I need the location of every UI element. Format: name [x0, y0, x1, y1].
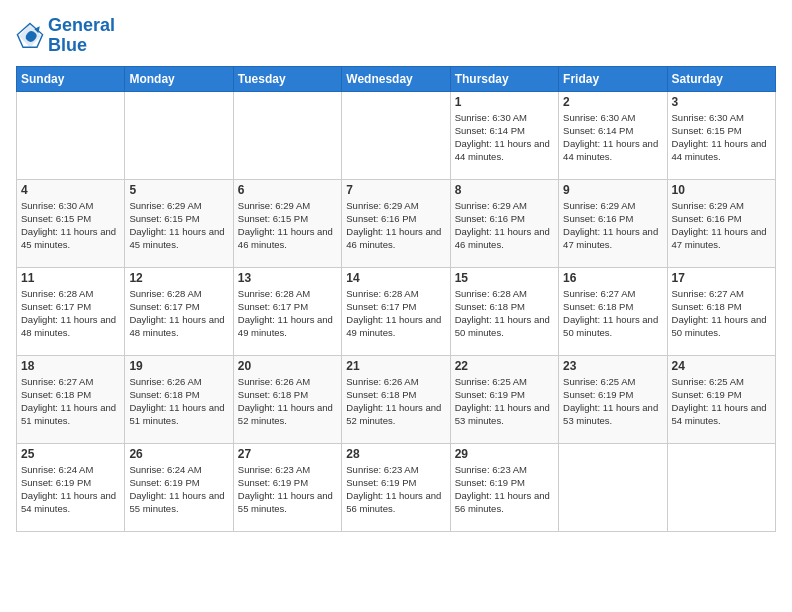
calendar-cell: 12Sunrise: 6:28 AMSunset: 6:17 PMDayligh…	[125, 267, 233, 355]
calendar-week-2: 4Sunrise: 6:30 AMSunset: 6:15 PMDaylight…	[17, 179, 776, 267]
day-info: Sunrise: 6:27 AMSunset: 6:18 PMDaylight:…	[563, 287, 662, 340]
day-info: Sunrise: 6:24 AMSunset: 6:19 PMDaylight:…	[129, 463, 228, 516]
calendar-cell	[17, 91, 125, 179]
day-info: Sunrise: 6:30 AMSunset: 6:14 PMDaylight:…	[563, 111, 662, 164]
calendar-cell	[559, 443, 667, 531]
day-number: 22	[455, 359, 554, 373]
day-info: Sunrise: 6:29 AMSunset: 6:16 PMDaylight:…	[563, 199, 662, 252]
day-number: 11	[21, 271, 120, 285]
col-header-tuesday: Tuesday	[233, 66, 341, 91]
day-number: 2	[563, 95, 662, 109]
day-number: 8	[455, 183, 554, 197]
calendar-cell: 21Sunrise: 6:26 AMSunset: 6:18 PMDayligh…	[342, 355, 450, 443]
day-info: Sunrise: 6:24 AMSunset: 6:19 PMDaylight:…	[21, 463, 120, 516]
calendar-cell: 7Sunrise: 6:29 AMSunset: 6:16 PMDaylight…	[342, 179, 450, 267]
calendar-cell: 26Sunrise: 6:24 AMSunset: 6:19 PMDayligh…	[125, 443, 233, 531]
logo-text: General Blue	[48, 16, 115, 56]
day-number: 9	[563, 183, 662, 197]
calendar-cell: 4Sunrise: 6:30 AMSunset: 6:15 PMDaylight…	[17, 179, 125, 267]
calendar-cell: 6Sunrise: 6:29 AMSunset: 6:15 PMDaylight…	[233, 179, 341, 267]
page: General Blue SundayMondayTuesdayWednesda…	[0, 0, 792, 612]
calendar-week-1: 1Sunrise: 6:30 AMSunset: 6:14 PMDaylight…	[17, 91, 776, 179]
calendar-cell: 10Sunrise: 6:29 AMSunset: 6:16 PMDayligh…	[667, 179, 775, 267]
day-info: Sunrise: 6:29 AMSunset: 6:16 PMDaylight:…	[672, 199, 771, 252]
col-header-monday: Monday	[125, 66, 233, 91]
day-info: Sunrise: 6:26 AMSunset: 6:18 PMDaylight:…	[238, 375, 337, 428]
day-info: Sunrise: 6:25 AMSunset: 6:19 PMDaylight:…	[563, 375, 662, 428]
calendar-cell	[342, 91, 450, 179]
day-number: 28	[346, 447, 445, 461]
header: General Blue	[16, 16, 776, 56]
day-info: Sunrise: 6:25 AMSunset: 6:19 PMDaylight:…	[455, 375, 554, 428]
day-number: 5	[129, 183, 228, 197]
day-number: 18	[21, 359, 120, 373]
calendar-cell: 13Sunrise: 6:28 AMSunset: 6:17 PMDayligh…	[233, 267, 341, 355]
calendar-cell: 27Sunrise: 6:23 AMSunset: 6:19 PMDayligh…	[233, 443, 341, 531]
calendar-cell: 28Sunrise: 6:23 AMSunset: 6:19 PMDayligh…	[342, 443, 450, 531]
day-info: Sunrise: 6:28 AMSunset: 6:17 PMDaylight:…	[21, 287, 120, 340]
day-number: 12	[129, 271, 228, 285]
calendar-week-3: 11Sunrise: 6:28 AMSunset: 6:17 PMDayligh…	[17, 267, 776, 355]
day-number: 20	[238, 359, 337, 373]
col-header-wednesday: Wednesday	[342, 66, 450, 91]
day-number: 7	[346, 183, 445, 197]
calendar-table: SundayMondayTuesdayWednesdayThursdayFrid…	[16, 66, 776, 532]
calendar-cell: 15Sunrise: 6:28 AMSunset: 6:18 PMDayligh…	[450, 267, 558, 355]
calendar-cell: 14Sunrise: 6:28 AMSunset: 6:17 PMDayligh…	[342, 267, 450, 355]
day-info: Sunrise: 6:23 AMSunset: 6:19 PMDaylight:…	[455, 463, 554, 516]
calendar-cell: 9Sunrise: 6:29 AMSunset: 6:16 PMDaylight…	[559, 179, 667, 267]
calendar-cell: 1Sunrise: 6:30 AMSunset: 6:14 PMDaylight…	[450, 91, 558, 179]
day-info: Sunrise: 6:27 AMSunset: 6:18 PMDaylight:…	[21, 375, 120, 428]
day-number: 25	[21, 447, 120, 461]
calendar-cell: 2Sunrise: 6:30 AMSunset: 6:14 PMDaylight…	[559, 91, 667, 179]
logo-icon	[16, 22, 44, 50]
calendar-cell: 17Sunrise: 6:27 AMSunset: 6:18 PMDayligh…	[667, 267, 775, 355]
day-info: Sunrise: 6:29 AMSunset: 6:16 PMDaylight:…	[346, 199, 445, 252]
calendar-cell: 23Sunrise: 6:25 AMSunset: 6:19 PMDayligh…	[559, 355, 667, 443]
calendar-cell: 24Sunrise: 6:25 AMSunset: 6:19 PMDayligh…	[667, 355, 775, 443]
day-number: 27	[238, 447, 337, 461]
day-info: Sunrise: 6:26 AMSunset: 6:18 PMDaylight:…	[346, 375, 445, 428]
day-number: 13	[238, 271, 337, 285]
day-number: 1	[455, 95, 554, 109]
day-info: Sunrise: 6:30 AMSunset: 6:14 PMDaylight:…	[455, 111, 554, 164]
calendar-cell: 16Sunrise: 6:27 AMSunset: 6:18 PMDayligh…	[559, 267, 667, 355]
day-number: 23	[563, 359, 662, 373]
day-number: 16	[563, 271, 662, 285]
calendar-week-5: 25Sunrise: 6:24 AMSunset: 6:19 PMDayligh…	[17, 443, 776, 531]
calendar-cell: 29Sunrise: 6:23 AMSunset: 6:19 PMDayligh…	[450, 443, 558, 531]
calendar-cell: 3Sunrise: 6:30 AMSunset: 6:15 PMDaylight…	[667, 91, 775, 179]
calendar-cell: 20Sunrise: 6:26 AMSunset: 6:18 PMDayligh…	[233, 355, 341, 443]
day-info: Sunrise: 6:30 AMSunset: 6:15 PMDaylight:…	[672, 111, 771, 164]
col-header-saturday: Saturday	[667, 66, 775, 91]
calendar-cell: 8Sunrise: 6:29 AMSunset: 6:16 PMDaylight…	[450, 179, 558, 267]
day-number: 14	[346, 271, 445, 285]
calendar-cell: 22Sunrise: 6:25 AMSunset: 6:19 PMDayligh…	[450, 355, 558, 443]
calendar-cell	[233, 91, 341, 179]
day-number: 21	[346, 359, 445, 373]
day-info: Sunrise: 6:29 AMSunset: 6:15 PMDaylight:…	[129, 199, 228, 252]
calendar-cell	[125, 91, 233, 179]
day-number: 19	[129, 359, 228, 373]
day-info: Sunrise: 6:29 AMSunset: 6:15 PMDaylight:…	[238, 199, 337, 252]
calendar-cell: 25Sunrise: 6:24 AMSunset: 6:19 PMDayligh…	[17, 443, 125, 531]
calendar-cell: 18Sunrise: 6:27 AMSunset: 6:18 PMDayligh…	[17, 355, 125, 443]
day-info: Sunrise: 6:28 AMSunset: 6:17 PMDaylight:…	[129, 287, 228, 340]
day-number: 29	[455, 447, 554, 461]
col-header-friday: Friday	[559, 66, 667, 91]
day-number: 4	[21, 183, 120, 197]
col-header-sunday: Sunday	[17, 66, 125, 91]
day-info: Sunrise: 6:28 AMSunset: 6:17 PMDaylight:…	[238, 287, 337, 340]
day-info: Sunrise: 6:26 AMSunset: 6:18 PMDaylight:…	[129, 375, 228, 428]
day-info: Sunrise: 6:25 AMSunset: 6:19 PMDaylight:…	[672, 375, 771, 428]
calendar-week-4: 18Sunrise: 6:27 AMSunset: 6:18 PMDayligh…	[17, 355, 776, 443]
logo: General Blue	[16, 16, 115, 56]
day-info: Sunrise: 6:27 AMSunset: 6:18 PMDaylight:…	[672, 287, 771, 340]
day-number: 15	[455, 271, 554, 285]
day-number: 24	[672, 359, 771, 373]
calendar-cell: 5Sunrise: 6:29 AMSunset: 6:15 PMDaylight…	[125, 179, 233, 267]
calendar-cell: 11Sunrise: 6:28 AMSunset: 6:17 PMDayligh…	[17, 267, 125, 355]
day-info: Sunrise: 6:23 AMSunset: 6:19 PMDaylight:…	[238, 463, 337, 516]
day-number: 17	[672, 271, 771, 285]
calendar-cell: 19Sunrise: 6:26 AMSunset: 6:18 PMDayligh…	[125, 355, 233, 443]
